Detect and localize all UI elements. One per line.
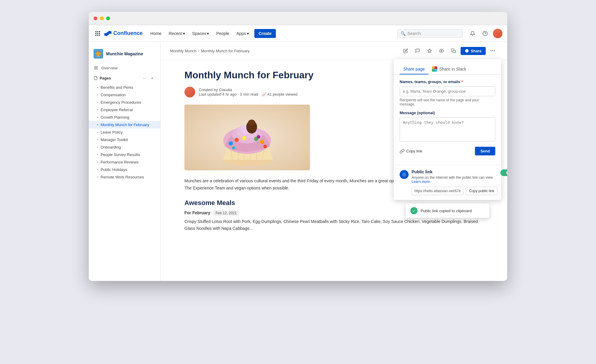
learn-more-link[interactable]: Learn more: [412, 180, 430, 184]
more-button[interactable]: ···: [488, 46, 498, 56]
nav-recent[interactable]: Recent ▾: [166, 29, 188, 38]
nav-actions: [468, 29, 502, 38]
space-name: Munchie Magazine: [106, 51, 143, 56]
send-button[interactable]: Send: [475, 147, 495, 155]
breadcrumb-monthly-munch[interactable]: Monthly Munch: [170, 49, 196, 53]
svg-rect-0: [95, 31, 97, 32]
page-hero-image: [184, 105, 310, 170]
page-item-holidays[interactable]: Public Holidays: [89, 166, 160, 173]
comment-button[interactable]: [413, 46, 422, 56]
pages-title: Pages: [94, 76, 111, 80]
message-input[interactable]: [400, 117, 495, 141]
toast-message: Public link copied to clipboard: [421, 209, 472, 213]
confluence-logo[interactable]: Confluence: [104, 30, 143, 37]
share-tabs: Share page Share in Slack: [394, 59, 501, 75]
public-link-info: Public link Anyone on the internet with …: [412, 169, 497, 195]
content-actions: Monthly Munch for February Share ···: [401, 46, 498, 56]
page-content: Monthly Munch / Monthly Munch for Februa…: [161, 42, 507, 281]
page-list: Benefits and Perks Compensation Emergenc…: [89, 84, 160, 183]
page-item-remote[interactable]: Remote Work Resources: [89, 173, 160, 181]
tab-share-page[interactable]: Share page: [400, 64, 428, 74]
main-window: Confluence Home Recent ▾ Spaces ▾ People…: [89, 12, 507, 281]
globe-icon: [400, 170, 409, 179]
message-label: Message (optional): [400, 111, 495, 115]
svg-point-32: [229, 141, 233, 146]
navbar: Confluence Home Recent ▾ Spaces ▾ People…: [89, 25, 507, 42]
svg-marker-13: [427, 49, 431, 53]
author-avatar: [184, 87, 195, 97]
svg-point-36: [260, 140, 264, 144]
page-item-compensation[interactable]: Compensation: [89, 91, 160, 99]
svg-point-31: [248, 120, 255, 126]
page-item-referral[interactable]: Employee Referral: [89, 106, 160, 114]
nav-people[interactable]: People: [213, 29, 232, 38]
search-bar[interactable]: 🔍 Search: [397, 29, 463, 38]
pages-section-header: Pages ··· +: [89, 72, 160, 84]
nav-spaces[interactable]: Spaces ▾: [189, 29, 212, 38]
pages-add-button[interactable]: +: [149, 75, 155, 81]
page-item-manager[interactable]: Manager Toolkit: [89, 136, 160, 143]
public-link-title: Public link: [412, 169, 497, 174]
page-item-emergency[interactable]: Emergency Procedures: [89, 99, 160, 106]
page-item-performance[interactable]: Performance Reviews: [89, 158, 160, 166]
notifications-button[interactable]: [468, 29, 477, 38]
toast-notification: ✓ Public link copied to clipboard: [406, 204, 489, 218]
names-label: Names, teams, groups, or emails *: [400, 79, 495, 84]
svg-point-33: [235, 138, 239, 142]
public-link-toggle[interactable]: [500, 169, 507, 176]
page-item-monthly-munch[interactable]: Monthly Munch for February: [89, 121, 160, 129]
slack-icon: [432, 66, 437, 72]
share-button[interactable]: Monthly Munch for February Share: [461, 47, 486, 55]
toast-success-icon: ✓: [410, 207, 418, 214]
meta-details: Created by Claudia Last updated 4 hr ago…: [199, 88, 297, 97]
logo-text: Confluence: [113, 30, 143, 36]
date-badge: Feb 12, 2021: [213, 210, 239, 216]
public-link-desc: Anyone on the internet with the public l…: [412, 175, 497, 184]
user-avatar[interactable]: [493, 29, 502, 38]
page-item-onboarding[interactable]: Onboarding: [89, 143, 160, 151]
page-item-survey[interactable]: People Survey Results: [89, 151, 160, 158]
edit-button[interactable]: [401, 46, 410, 56]
created-by: Created by Claudia: [199, 88, 297, 92]
svg-rect-6: [95, 35, 97, 36]
page-item-growth[interactable]: Growth Planning: [89, 114, 160, 121]
svg-rect-7: [97, 35, 98, 36]
space-icon: 🍔: [94, 49, 103, 59]
maximize-button[interactable]: [106, 16, 110, 20]
svg-point-14: [441, 50, 442, 51]
watch-button[interactable]: [437, 46, 446, 56]
share-body: Names, teams, groups, or emails * Recipi…: [394, 75, 501, 165]
copy-link-button[interactable]: Copy link: [400, 147, 422, 155]
page-item-leave[interactable]: Leave Policy: [89, 129, 160, 136]
public-link-section: Public link Anyone on the internet with …: [394, 169, 501, 200]
help-button[interactable]: [480, 29, 490, 38]
close-button[interactable]: [94, 16, 97, 20]
public-url-display: https://hello.atlassian.net/67é: [412, 187, 463, 195]
names-hint: Recipients will see the name of the page…: [400, 98, 495, 106]
tab-share-slack[interactable]: Share in Slack: [428, 64, 470, 75]
svg-point-39: [232, 146, 235, 149]
main-content: 🍔 Munchie Magazine Overview Pages ··· + …: [89, 42, 507, 281]
names-input[interactable]: [400, 86, 495, 96]
copy-button[interactable]: [449, 46, 458, 56]
grid-icon[interactable]: [94, 29, 102, 38]
space-header[interactable]: 🍔 Munchie Magazine: [89, 47, 160, 63]
sidebar: 🍔 Munchie Magazine Overview Pages ··· + …: [89, 42, 161, 281]
minimize-button[interactable]: [100, 16, 104, 20]
star-button[interactable]: [425, 46, 434, 56]
svg-rect-5: [99, 33, 100, 34]
svg-rect-8: [99, 35, 100, 36]
pages-more-button[interactable]: ···: [141, 75, 148, 81]
copy-public-link-button[interactable]: Copy public link: [466, 187, 497, 195]
nav-apps[interactable]: Apps ▾: [233, 29, 252, 38]
sidebar-overview[interactable]: Overview: [89, 63, 160, 72]
titlebar: [89, 12, 507, 25]
svg-rect-15: [453, 50, 456, 53]
svg-point-37: [257, 135, 260, 139]
breadcrumb-current: Monthly Munch for February: [201, 49, 250, 53]
nav-home[interactable]: Home: [147, 29, 164, 38]
create-button[interactable]: Create: [254, 29, 276, 38]
public-link-row: Public link Anyone on the internet with …: [400, 169, 495, 195]
page-item-benefits[interactable]: Benefits and Perks: [89, 84, 160, 91]
svg-point-34: [242, 136, 246, 140]
